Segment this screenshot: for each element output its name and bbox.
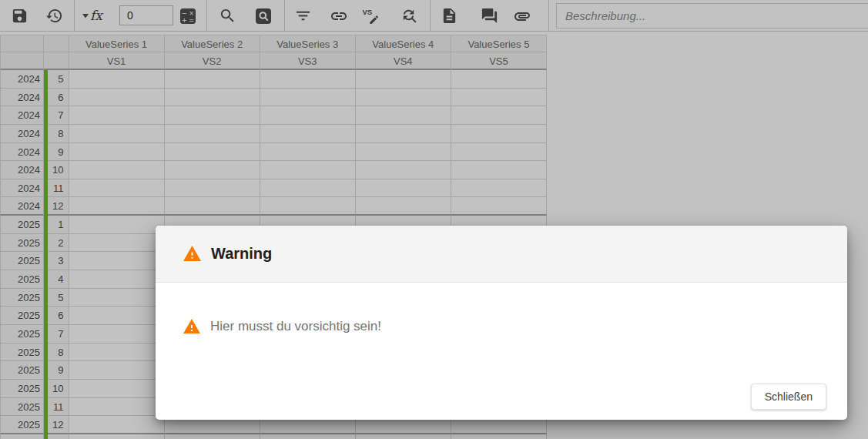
warning-icon [183, 317, 201, 336]
warning-icon [183, 244, 202, 263]
dialog-body: Hier musst du vorsichtig sein! Schließen [156, 283, 847, 420]
dialog-header: Warning [156, 226, 847, 283]
dialog-message-row: Hier musst du vorsichtig sein! [156, 283, 847, 336]
warning-dialog: Warning Hier musst du vorsichtig sein! S… [156, 226, 847, 420]
close-button[interactable]: Schließen [751, 384, 826, 410]
dialog-message: Hier musst du vorsichtig sein! [210, 319, 381, 334]
app-window: fx − × + = [0, 0, 868, 439]
dialog-title: Warning [211, 245, 272, 263]
